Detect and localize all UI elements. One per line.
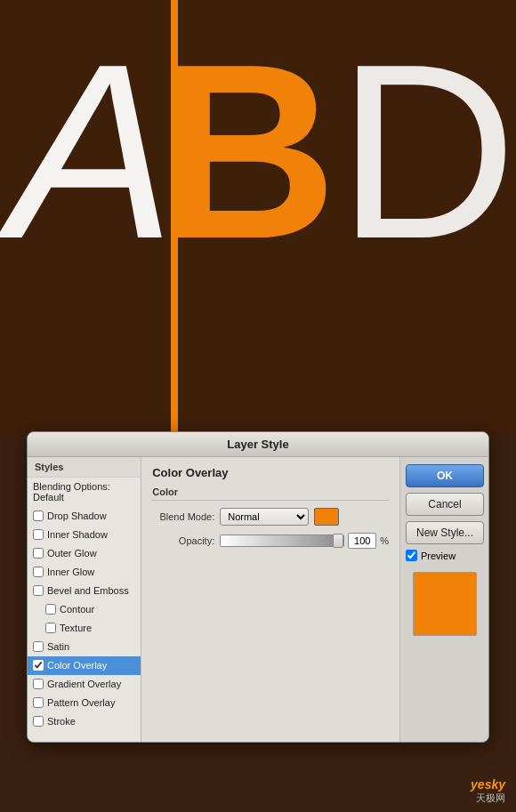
style-item-inner-shadow[interactable]: Inner Shadow bbox=[28, 526, 141, 544]
dialog-body: Styles Blending Options: Default Drop Sh… bbox=[28, 457, 488, 742]
buttons-panel: OK Cancel New Style... Preview bbox=[399, 457, 488, 742]
styles-list: Blending Options: Default Drop Shadow In… bbox=[28, 478, 141, 742]
checkbox-color-overlay[interactable] bbox=[33, 660, 44, 671]
opacity-slider[interactable] bbox=[220, 535, 344, 547]
checkbox-texture[interactable] bbox=[45, 623, 56, 633]
style-item-texture[interactable]: Texture bbox=[28, 619, 141, 638]
color-swatch[interactable] bbox=[314, 508, 339, 526]
settings-panel: Color Overlay Color Blend Mode: Normal D… bbox=[141, 457, 399, 742]
layer-style-dialog: Layer Style Styles Blending Options: Def… bbox=[27, 431, 489, 743]
canvas-letters: A B D 7 bbox=[9, 27, 516, 276]
preview-checkbox[interactable] bbox=[406, 550, 417, 561]
style-item-contour[interactable]: Contour bbox=[28, 600, 141, 619]
checkbox-bevel-emboss[interactable] bbox=[33, 585, 44, 596]
checkbox-drop-shadow[interactable] bbox=[33, 511, 44, 521]
style-item-color-overlay[interactable]: Color Overlay bbox=[28, 656, 141, 675]
style-item-drop-shadow[interactable]: Drop Shadow bbox=[28, 507, 141, 526]
blend-mode-label: Blend Mode: bbox=[152, 511, 214, 522]
blend-mode-row: Blend Mode: Normal Dissolve Multiply Scr… bbox=[152, 508, 389, 526]
style-item-bevel-emboss[interactable]: Bevel and Emboss bbox=[28, 582, 141, 600]
style-item-outer-glow[interactable]: Outer Glow bbox=[28, 544, 141, 563]
checkbox-satin[interactable] bbox=[33, 641, 44, 652]
style-item-gradient-overlay[interactable]: Gradient Overlay bbox=[28, 675, 141, 694]
watermark-url: 天极网 bbox=[471, 792, 505, 805]
checkbox-stroke[interactable] bbox=[33, 716, 44, 727]
canvas-area: A B D 7 bbox=[0, 0, 516, 436]
styles-panel: Styles Blending Options: Default Drop Sh… bbox=[28, 457, 141, 742]
checkbox-contour[interactable] bbox=[45, 604, 56, 615]
opacity-slider-container: 100 % bbox=[220, 533, 389, 549]
dialog-title: Layer Style bbox=[227, 438, 288, 451]
style-item-satin[interactable]: Satin bbox=[28, 638, 141, 656]
style-item-stroke[interactable]: Stroke bbox=[28, 712, 141, 731]
letter-a: A bbox=[9, 27, 166, 276]
style-item-pattern-overlay[interactable]: Pattern Overlay bbox=[28, 694, 141, 712]
blend-mode-select[interactable]: Normal Dissolve Multiply Screen Overlay bbox=[220, 508, 309, 526]
preview-label: Preview bbox=[421, 551, 456, 561]
preview-row: Preview bbox=[406, 550, 483, 561]
style-item-inner-glow[interactable]: Inner Glow bbox=[28, 563, 141, 582]
checkbox-inner-glow[interactable] bbox=[33, 567, 44, 577]
subsection-title: Color bbox=[152, 486, 389, 501]
opacity-input[interactable]: 100 bbox=[348, 533, 376, 549]
checkbox-pattern-overlay[interactable] bbox=[33, 697, 44, 708]
letter-d: D bbox=[337, 27, 516, 276]
section-title: Color Overlay bbox=[152, 466, 389, 479]
new-style-button[interactable]: New Style... bbox=[406, 521, 484, 544]
opacity-row: Opacity: 100 % bbox=[152, 533, 389, 549]
dialog-titlebar: Layer Style bbox=[28, 432, 488, 457]
ok-button[interactable]: OK bbox=[406, 464, 484, 487]
styles-panel-header: Styles bbox=[28, 457, 141, 478]
opacity-label: Opacity: bbox=[152, 535, 214, 546]
letter-b: B bbox=[157, 27, 337, 276]
style-item-blending-options[interactable]: Blending Options: Default bbox=[28, 478, 141, 507]
watermark-site: yesky bbox=[471, 777, 505, 792]
opacity-percent: % bbox=[380, 535, 389, 546]
cancel-button[interactable]: Cancel bbox=[406, 493, 484, 516]
preview-swatch bbox=[413, 572, 477, 636]
checkbox-inner-shadow[interactable] bbox=[33, 529, 44, 540]
checkbox-gradient-overlay[interactable] bbox=[33, 679, 44, 689]
checkbox-outer-glow[interactable] bbox=[33, 548, 44, 559]
